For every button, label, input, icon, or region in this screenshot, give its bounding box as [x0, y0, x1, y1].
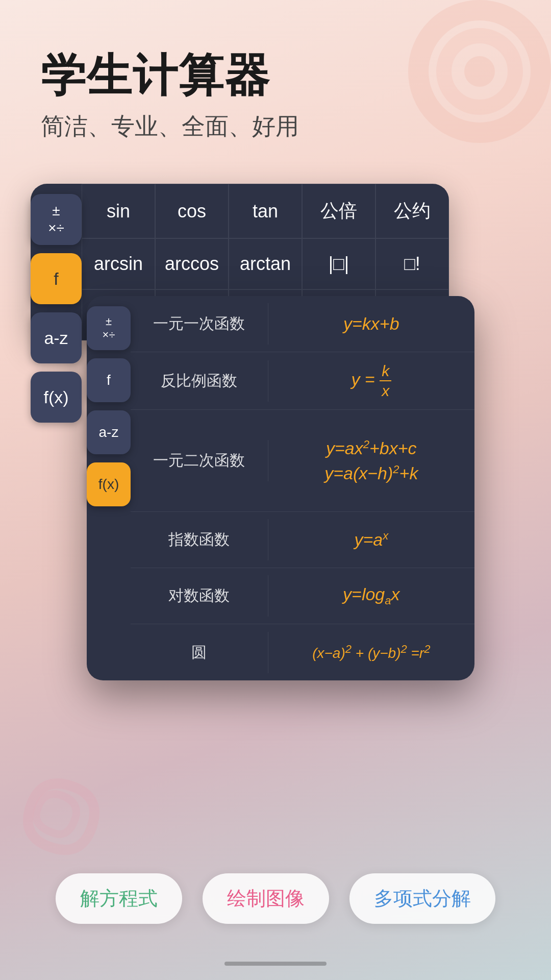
quadratic-func-name: 一元二次函数	[131, 440, 268, 481]
linear-func-formula: y=kx+b	[268, 304, 474, 344]
function-table: 一元一次函数 y=kx+b 反比例函数 y = kx 一元二次函数 y=ax2+…	[131, 296, 474, 680]
bottom-buttons: 解方程式 绘制图像 多项式分解	[0, 873, 551, 924]
front-fx-btn[interactable]: f(x)	[87, 462, 131, 506]
inverse-func-formula: y = kx	[268, 352, 474, 409]
circle-func-name: 圆	[131, 632, 268, 673]
app-title: 学生计算器	[41, 51, 299, 101]
f-side-btn[interactable]: f	[31, 253, 82, 304]
front-side-buttons: ±×÷ f a-z f(x)	[87, 306, 131, 506]
trig-tan[interactable]: tan	[229, 184, 302, 238]
front-az-btn[interactable]: a-z	[87, 410, 131, 454]
quadratic-func-row[interactable]: 一元二次函数 y=ax2+bx+c y=a(x−h)2+k	[131, 410, 474, 512]
exp-func-formula: y=ax	[268, 519, 474, 560]
inverse-func-name: 反比例函数	[131, 360, 268, 402]
trig-arcsin[interactable]: arcsin	[82, 238, 155, 289]
log-func-name: 对数函数	[131, 575, 268, 617]
log-func-row[interactable]: 对数函数 y=logax	[131, 568, 474, 624]
exp-func-row[interactable]: 指数函数 y=ax	[131, 512, 474, 568]
app-subtitle: 简洁、专业、全面、好用	[41, 111, 299, 142]
trig-abs[interactable]: |□|	[302, 238, 375, 289]
circle-func-row[interactable]: 圆 (x−a)2 + (y−b)2 =r2	[131, 624, 474, 680]
header: 学生计算器 简洁、专业、全面、好用	[41, 51, 299, 142]
linear-func-row[interactable]: 一元一次函数 y=kx+b	[131, 296, 474, 352]
trig-fact[interactable]: □!	[375, 238, 449, 289]
function-calculator-card: 一元一次函数 y=kx+b 反比例函数 y = kx 一元二次函数 y=ax2+…	[87, 296, 474, 680]
quadratic-func-formula: y=ax2+bx+c y=a(x−h)2+k	[268, 428, 474, 494]
fx-side-btn[interactable]: f(x)	[31, 372, 82, 423]
solve-equation-btn[interactable]: 解方程式	[56, 873, 182, 924]
inverse-func-row[interactable]: 反比例函数 y = kx	[131, 352, 474, 410]
az-side-btn[interactable]: a-z	[31, 312, 82, 363]
bg-swirl-top	[367, 0, 551, 184]
log-func-formula: y=logax	[268, 574, 474, 618]
trig-sin[interactable]: sin	[82, 184, 155, 238]
linear-func-name: 一元一次函数	[131, 303, 268, 345]
back-side-buttons: ±×÷ f a-z f(x)	[31, 194, 82, 423]
home-indicator	[224, 962, 327, 966]
trig-gcd[interactable]: 公约	[375, 184, 449, 238]
svg-point-2	[464, 56, 495, 87]
factor-poly-btn[interactable]: 多项式分解	[349, 873, 495, 924]
front-ops-btn[interactable]: ±×÷	[87, 306, 131, 350]
ops-side-btn[interactable]: ±×÷	[31, 194, 82, 245]
bg-swirl-bottom	[0, 745, 122, 888]
trig-arccos[interactable]: arccos	[155, 238, 229, 289]
trig-cos[interactable]: cos	[155, 184, 229, 238]
exp-func-name: 指数函数	[131, 519, 268, 560]
front-f-btn[interactable]: f	[87, 358, 131, 402]
trig-lcm[interactable]: 公倍	[302, 184, 375, 238]
trig-arctan[interactable]: arctan	[229, 238, 302, 289]
circle-func-formula: (x−a)2 + (y−b)2 =r2	[268, 632, 474, 672]
plot-graph-btn[interactable]: 绘制图像	[203, 873, 329, 924]
